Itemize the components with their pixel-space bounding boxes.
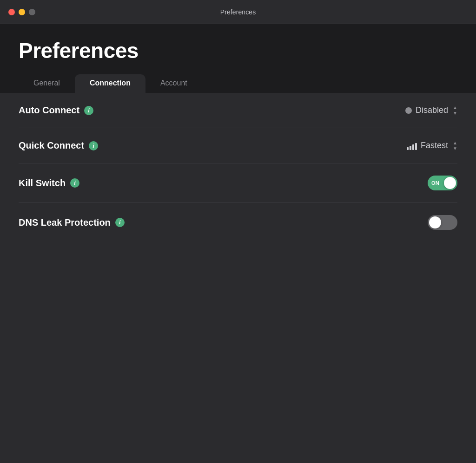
- auto-connect-info-icon[interactable]: i: [84, 106, 93, 115]
- tab-general[interactable]: General: [19, 74, 75, 93]
- kill-switch-toggle-knob: [444, 177, 456, 189]
- maximize-button[interactable]: [29, 9, 35, 15]
- kill-switch-label-group: Kill Switch i: [19, 178, 79, 189]
- dns-leak-protection-info-icon[interactable]: i: [115, 218, 125, 227]
- kill-switch-toggle-label: ON: [431, 180, 439, 186]
- quick-connect-dropdown: Fastest: [407, 141, 448, 150]
- dns-leak-protection-toggle-knob: [429, 216, 441, 228]
- auto-connect-value: Disabled: [416, 105, 448, 115]
- quick-connect-label-group: Quick Connect i: [19, 140, 98, 151]
- quick-connect-label: Quick Connect: [19, 140, 84, 151]
- auto-connect-status-dot: [405, 107, 412, 114]
- page-title: Preferences: [19, 38, 457, 63]
- close-button[interactable]: [8, 9, 15, 15]
- kill-switch-control: ON: [428, 176, 457, 190]
- header: Preferences General Connection Account: [0, 24, 476, 93]
- main-window: Preferences General Connection Account A…: [0, 24, 476, 463]
- quick-connect-chevron[interactable]: ▲ ▼: [453, 140, 457, 151]
- window-controls: [8, 9, 35, 15]
- quick-connect-info-icon[interactable]: i: [89, 141, 98, 150]
- auto-connect-label-group: Auto Connect i: [19, 105, 93, 116]
- auto-connect-label: Auto Connect: [19, 105, 79, 116]
- dns-leak-protection-label-group: DNS Leak Protection i: [19, 217, 125, 228]
- tab-connection[interactable]: Connection: [75, 74, 145, 93]
- quick-connect-value: Fastest: [421, 141, 448, 150]
- tabs-container: General Connection Account: [19, 74, 457, 93]
- window-title: Preferences: [220, 8, 256, 16]
- signal-bar-4: [415, 143, 417, 150]
- content-area: Auto Connect i Disabled ▲ ▼ Quick Connec…: [0, 93, 476, 463]
- quick-connect-control[interactable]: Fastest ▲ ▼: [407, 140, 457, 151]
- auto-connect-control[interactable]: Disabled ▲ ▼: [405, 105, 457, 116]
- dns-leak-protection-label: DNS Leak Protection: [19, 217, 111, 228]
- auto-connect-chevron[interactable]: ▲ ▼: [453, 105, 457, 116]
- dns-leak-protection-control: ON: [428, 215, 457, 230]
- auto-connect-dropdown: Disabled: [405, 105, 448, 115]
- signal-bar-2: [410, 146, 411, 150]
- kill-switch-info-icon[interactable]: i: [70, 178, 79, 188]
- kill-switch-row: Kill Switch i ON: [19, 163, 457, 203]
- signal-icon: [407, 142, 417, 150]
- dns-leak-protection-row: DNS Leak Protection i ON: [19, 203, 457, 242]
- signal-bar-3: [412, 144, 414, 150]
- auto-connect-row: Auto Connect i Disabled ▲ ▼: [19, 93, 457, 128]
- minimize-button[interactable]: [19, 9, 25, 15]
- title-bar: Preferences: [0, 0, 476, 24]
- signal-bar-1: [407, 147, 409, 150]
- tab-account[interactable]: Account: [145, 74, 202, 93]
- quick-connect-row: Quick Connect i Fastest ▲ ▼: [19, 128, 457, 163]
- kill-switch-toggle[interactable]: ON: [428, 176, 457, 190]
- kill-switch-label: Kill Switch: [19, 178, 66, 189]
- dns-leak-protection-toggle[interactable]: ON: [428, 215, 457, 230]
